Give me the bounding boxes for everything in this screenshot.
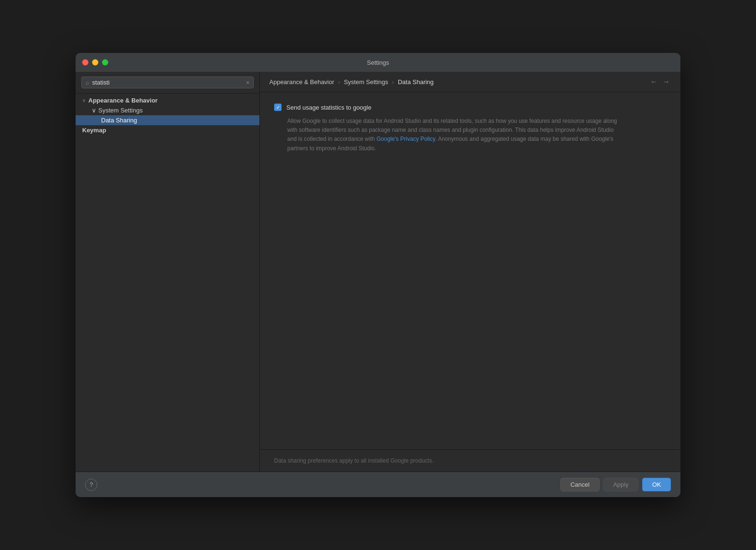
search-input[interactable]	[92, 79, 243, 86]
description-block: Allow Google to collect usage data for A…	[287, 117, 618, 153]
apply-button[interactable]: Apply	[603, 478, 639, 491]
main-content: ✓ Send usage statistics to google Allow …	[260, 92, 680, 449]
title-bar: Settings	[76, 53, 680, 72]
breadcrumb-nav: ← →	[649, 77, 671, 86]
minimize-button[interactable]	[92, 60, 98, 66]
chevron-down-icon: ∨	[92, 107, 96, 114]
privacy-policy-link[interactable]: Google's Privacy Policy	[377, 136, 435, 142]
sidebar-item-system-settings[interactable]: ∨ System Settings	[76, 105, 259, 115]
maximize-button[interactable]	[102, 60, 108, 66]
breadcrumb-data-sharing: Data Sharing	[398, 78, 434, 86]
footer-note: Data sharing preferences apply to all in…	[260, 449, 680, 472]
sidebar-item-data-sharing[interactable]: Data Sharing	[76, 115, 259, 125]
breadcrumb-sep: ›	[338, 78, 340, 86]
window-title: Settings	[367, 59, 389, 66]
search-icon: ⌕	[86, 79, 89, 86]
cancel-button[interactable]: Cancel	[560, 478, 599, 491]
sidebar-item-label: Keymap	[82, 127, 106, 134]
ok-button[interactable]: OK	[642, 478, 671, 491]
checkbox-row: ✓ Send usage statistics to google	[274, 103, 666, 111]
sidebar: ⌕ × ∨ Appearance & Behavior ∨ System Set…	[76, 72, 260, 472]
nav-tree: ∨ Appearance & Behavior ∨ System Setting…	[76, 94, 259, 472]
breadcrumb-appearance: Appearance & Behavior	[269, 78, 334, 86]
content-area: Appearance & Behavior › System Settings …	[260, 72, 680, 472]
back-button[interactable]: ←	[649, 77, 659, 86]
sidebar-item-label: System Settings	[98, 107, 143, 114]
breadcrumb-sep-2: ›	[392, 78, 394, 86]
footer-buttons: Cancel Apply OK	[560, 478, 671, 491]
sidebar-item-label: Data Sharing	[101, 117, 137, 124]
sidebar-item-appearance-behavior[interactable]: ∨ Appearance & Behavior	[76, 95, 259, 105]
help-button[interactable]: ?	[85, 479, 97, 491]
breadcrumb: Appearance & Behavior › System Settings …	[269, 78, 434, 86]
settings-dialog: Settings ⌕ × ∨ Appearance & Behavior	[76, 53, 680, 497]
chevron-down-icon: ∨	[82, 98, 86, 103]
dialog-body: ⌕ × ∨ Appearance & Behavior ∨ System Set…	[76, 72, 680, 472]
breadcrumb-bar: Appearance & Behavior › System Settings …	[260, 72, 680, 92]
breadcrumb-system-settings: System Settings	[344, 78, 388, 86]
search-wrapper[interactable]: ⌕ ×	[81, 77, 254, 88]
traffic-lights	[82, 60, 108, 66]
search-bar: ⌕ ×	[76, 72, 259, 94]
checkbox-label: Send usage statistics to google	[286, 104, 371, 111]
send-stats-checkbox[interactable]: ✓	[274, 103, 282, 111]
clear-icon[interactable]: ×	[246, 79, 249, 86]
sidebar-item-keymap[interactable]: Keymap	[76, 125, 259, 135]
forward-button[interactable]: →	[662, 77, 671, 86]
close-button[interactable]	[82, 60, 88, 66]
checkmark-icon: ✓	[276, 104, 280, 111]
dialog-footer: ? Cancel Apply OK	[76, 472, 680, 497]
send-stats-checkbox-wrapper[interactable]: ✓ Send usage statistics to google	[274, 103, 371, 111]
sidebar-item-label: Appearance & Behavior	[88, 97, 158, 104]
